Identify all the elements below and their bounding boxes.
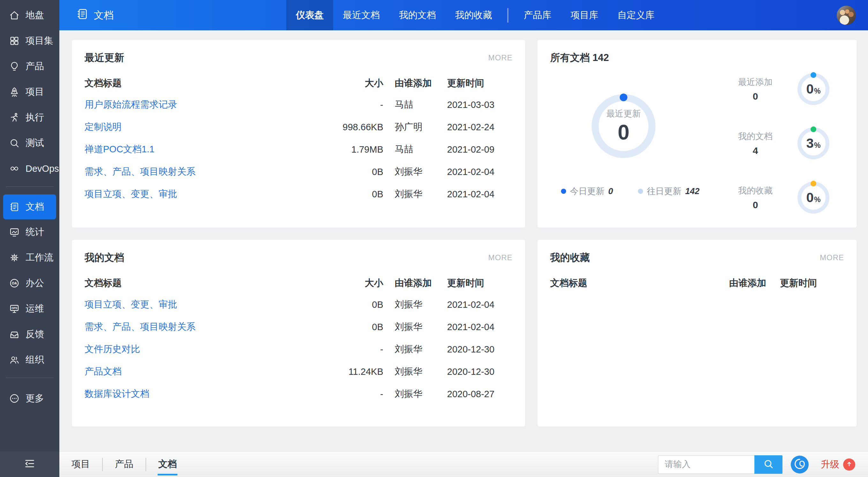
module-title: 文档: [59, 0, 114, 30]
doc-size: 1.79MB: [341, 144, 395, 155]
stats-left: 最近更新 0 今日更新 0 往日更新: [550, 73, 722, 217]
sidebar-item-product[interactable]: 产品: [0, 54, 59, 79]
doc-link[interactable]: 定制说明: [85, 121, 341, 133]
table-row: 文件历史对比 - 刘振华 2020-12-30: [85, 338, 513, 360]
more-link[interactable]: MORE: [488, 53, 513, 62]
donut-label: 最近更新: [606, 108, 641, 119]
sidebar-item-oa[interactable]: 办公: [0, 270, 59, 296]
sidebar-item-org[interactable]: 组织: [0, 347, 59, 372]
donut-legend: 今日更新 0 往日更新 142: [561, 185, 722, 197]
table-header: 文档标题 由谁添加 更新时间: [550, 273, 844, 293]
doc-link[interactable]: 项目立项、变更、审批: [85, 298, 341, 311]
doc-updated: 2020-12-30: [447, 344, 513, 355]
sidebar-item-label: DevOps: [26, 163, 59, 174]
col-added-by: 由谁添加: [395, 77, 447, 90]
sidebar-item-project[interactable]: 项目: [0, 79, 59, 105]
sidebar-item-devops[interactable]: DevOps: [0, 156, 59, 181]
search-icon: [763, 458, 774, 470]
more-link[interactable]: MORE: [820, 253, 844, 262]
card-my-favorites: 我的收藏 MORE 文档标题 由谁添加 更新时间: [537, 240, 857, 426]
col-added-by: 由谁添加: [395, 277, 447, 290]
swirl-logo-icon: [793, 457, 806, 472]
doc-updated: 2021-02-04: [447, 189, 513, 200]
sidebar-item-territory[interactable]: 地盘: [0, 3, 59, 28]
tab-project-lib[interactable]: 项目库: [561, 0, 608, 30]
tab-product-lib[interactable]: 产品库: [514, 0, 561, 30]
doc-size: 0B: [341, 189, 395, 200]
app-window: 地盘 项目集 产品 项目 执行 测试: [0, 0, 868, 477]
doc-link[interactable]: 文件历史对比: [85, 343, 341, 356]
doc-link[interactable]: 需求、产品、项目映射关系: [85, 321, 341, 333]
stat-label: 最近添加: [730, 76, 781, 88]
doc-size: -: [341, 344, 395, 355]
legend-label: 今日更新: [570, 185, 604, 197]
sidebar-item-workflow[interactable]: 工作流: [0, 245, 59, 270]
sidebar-item-program[interactable]: 项目集: [0, 28, 59, 54]
donut-marker-dot: [811, 181, 816, 186]
sidebar-item-label: 工作流: [26, 251, 53, 264]
doc-updated: 2020-12-30: [447, 366, 513, 377]
sidebar-item-ops[interactable]: 运维: [0, 296, 59, 322]
doc-added-by: 刘振华: [395, 388, 447, 400]
tab-my-docs[interactable]: 我的文档: [389, 0, 445, 30]
home-icon: [8, 9, 21, 21]
upgrade-link[interactable]: 升级: [821, 458, 855, 471]
bottom-bar-right: 升级: [658, 455, 855, 474]
upgrade-arrow-badge: [843, 458, 855, 471]
avatar[interactable]: [837, 6, 856, 25]
sidebar-item-execution[interactable]: 执行: [0, 105, 59, 130]
table-header: 文档标题 大小 由谁添加 更新时间: [85, 73, 513, 94]
zentao-logo-button[interactable]: [791, 456, 809, 474]
card-all-docs-stats: 所有文档 142 最近更新 0 今日更新: [537, 40, 857, 228]
table-row: 定制说明 998.66KB 孙广明 2021-02-24: [85, 116, 513, 138]
doc-updated: 2021-03-03: [447, 100, 513, 110]
doc-link[interactable]: 数据库设计文档: [85, 388, 341, 400]
sidebar-item-more[interactable]: 更多: [0, 386, 59, 411]
bottom-tab-product[interactable]: 产品: [114, 453, 134, 475]
tab-custom-lib[interactable]: 自定义库: [608, 0, 664, 30]
oa-icon: [8, 277, 21, 289]
tab-my-favorites[interactable]: 我的收藏: [445, 0, 502, 30]
notebook-icon: [8, 201, 21, 213]
tab-dashboard[interactable]: 仪表盘: [286, 0, 333, 30]
doc-link[interactable]: 产品文档: [85, 365, 341, 378]
doc-size: 11.24KB: [341, 366, 395, 377]
more-link[interactable]: MORE: [488, 253, 513, 262]
doc-updated: 2021-02-09: [447, 144, 513, 155]
doc-link[interactable]: 项目立项、变更、审批: [85, 188, 341, 201]
search-input[interactable]: [658, 455, 754, 474]
rocket-icon: [8, 86, 21, 98]
bottom-tab-doc[interactable]: 文档: [158, 453, 178, 475]
module-title-label: 文档: [94, 9, 114, 22]
upgrade-label: 升级: [821, 458, 839, 471]
legend-value: 0: [608, 186, 613, 196]
col-size: 大小: [341, 277, 395, 290]
sidebar-item-stats[interactable]: 统计: [0, 219, 59, 245]
doc-added-by: 刘振华: [395, 298, 447, 311]
search-button[interactable]: [754, 455, 782, 474]
donut-marker-dot: [620, 94, 627, 101]
stat-my-favorites: 我的收藏 0 0 %: [730, 182, 829, 214]
legend-value: 142: [685, 186, 700, 196]
tab-label: 最近文档: [343, 9, 380, 22]
sidebar-item-qa[interactable]: 测试: [0, 130, 59, 156]
sidebar-item-doc[interactable]: 文档: [3, 195, 56, 219]
doc-link[interactable]: 用户原始流程需求记录: [85, 98, 341, 111]
tab-label: 产品: [115, 459, 133, 469]
collapse-sidebar-icon[interactable]: [23, 457, 36, 471]
doc-updated: 2021-02-24: [447, 122, 513, 132]
doc-added-by: 刘振华: [395, 343, 447, 356]
doc-link[interactable]: 需求、产品、项目映射关系: [85, 166, 341, 178]
header-nav: 仪表盘 最近文档 我的文档 我的收藏 产品库 项目库 自定义库: [286, 0, 664, 30]
doc-added-by: 刘振华: [395, 321, 447, 333]
stat-percent: 0: [806, 185, 814, 210]
tab-recent-docs[interactable]: 最近文档: [333, 0, 389, 30]
doc-added-by: 孙广明: [395, 121, 447, 133]
bottom-tab-project[interactable]: 项目: [71, 453, 91, 475]
doc-link[interactable]: 禅道POC文档1.1: [85, 143, 341, 156]
legend-label: 往日更新: [647, 185, 681, 197]
stat-my-docs: 我的文档 4 3 %: [730, 127, 829, 159]
bulb-icon: [8, 60, 21, 72]
sidebar-item-feedback[interactable]: 反馈: [0, 322, 59, 347]
doc-added-by: 刘振华: [395, 365, 447, 378]
